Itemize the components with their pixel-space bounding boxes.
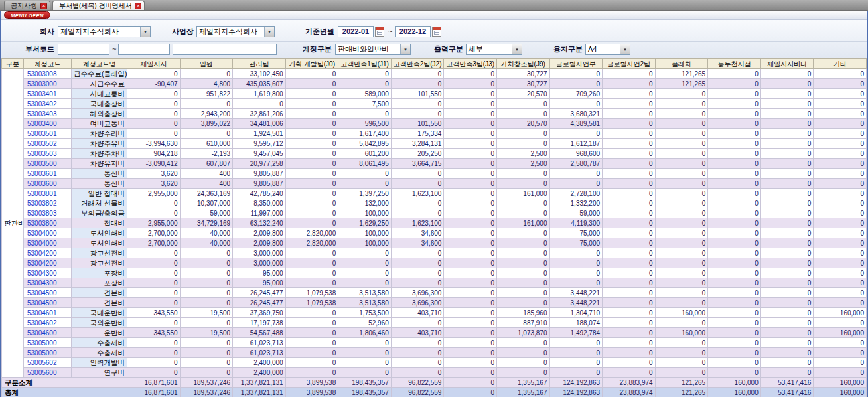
amount-cell[interactable]: 0 <box>603 119 656 129</box>
amount-cell[interactable]: 0 <box>603 228 656 238</box>
dept-code-from-input[interactable] <box>58 44 109 55</box>
amount-cell[interactable]: 0 <box>814 268 867 278</box>
amount-cell[interactable]: 0 <box>127 99 181 109</box>
amount-cell[interactable]: 0 <box>391 208 444 218</box>
amount-cell[interactable]: 100,000 <box>338 238 392 248</box>
amount-cell[interactable]: 160,000 <box>814 378 867 388</box>
amount-cell[interactable]: 0 <box>391 99 444 109</box>
amount-cell[interactable]: 0 <box>603 338 656 348</box>
site-select[interactable]: 제일저지주식회사 ▼ <box>196 26 275 37</box>
amount-cell[interactable]: 0 <box>391 268 444 278</box>
amount-cell[interactable]: 3,448,221 <box>549 298 603 308</box>
amount-cell[interactable]: 0 <box>285 268 338 278</box>
amount-cell[interactable]: 0 <box>760 238 814 248</box>
account-code-cell[interactable]: 53003502 <box>24 139 72 149</box>
table-row[interactable]: 53003503차량주차비904,218-2,1939,457,0450601,… <box>2 149 867 159</box>
account-name-cell[interactable]: 국내출장비 <box>72 99 127 109</box>
amount-cell[interactable]: 0 <box>603 139 656 149</box>
amount-cell[interactable]: 0 <box>603 149 656 159</box>
amount-cell[interactable]: 0 <box>814 218 867 228</box>
amount-cell[interactable]: 0 <box>338 268 392 278</box>
account-name-cell[interactable]: 차량주차비 <box>72 149 127 159</box>
amount-cell[interactable]: 101,550 <box>391 89 444 99</box>
amount-cell[interactable]: 0 <box>444 248 497 258</box>
amount-cell[interactable]: 0 <box>760 169 814 179</box>
amount-cell[interactable]: 0 <box>760 298 814 308</box>
table-row[interactable]: 53003401시내교통비0951,8221,619,8000589,00010… <box>2 89 867 99</box>
amount-cell[interactable]: 0 <box>760 69 814 79</box>
amount-cell[interactable]: 0 <box>760 308 814 318</box>
amount-cell[interactable]: 161,000 <box>496 189 549 198</box>
amount-cell[interactable]: 1,924,501 <box>233 129 286 139</box>
amount-cell[interactable]: 400 <box>180 169 233 179</box>
amount-cell[interactable]: 0 <box>655 119 708 129</box>
amount-cell[interactable]: 589,000 <box>338 89 392 99</box>
amount-cell[interactable]: 0 <box>127 268 181 278</box>
amount-cell[interactable]: 1,619,800 <box>233 89 286 99</box>
amount-cell[interactable]: 160,000 <box>814 308 867 318</box>
table-row[interactable]: 53005000수출제비0061,023,71300000000000 <box>2 348 867 358</box>
amount-cell[interactable]: 0 <box>444 268 497 278</box>
amount-cell[interactable]: 0 <box>285 139 338 149</box>
amount-cell[interactable]: 0 <box>655 288 708 298</box>
amount-cell[interactable]: 5,842,895 <box>338 139 392 149</box>
amount-cell[interactable]: 0 <box>603 99 656 109</box>
amount-cell[interactable]: 0 <box>391 179 444 189</box>
amount-cell[interactable]: 17,197,738 <box>233 318 286 328</box>
amount-cell[interactable]: 0 <box>444 258 497 268</box>
amount-cell[interactable]: 0 <box>127 298 181 308</box>
amount-cell[interactable]: 75,000 <box>549 228 603 238</box>
column-header-4[interactable]: 임원 <box>180 59 233 69</box>
amount-cell[interactable]: 3,620 <box>127 169 181 179</box>
amount-cell[interactable]: 0 <box>708 149 761 159</box>
amount-cell[interactable]: 0 <box>285 308 338 318</box>
amount-cell[interactable]: 54,567,488 <box>233 328 286 338</box>
amount-cell[interactable]: 0 <box>391 169 444 179</box>
amount-cell[interactable]: 0 <box>603 258 656 268</box>
account-name-cell[interactable]: 견본비 <box>72 288 127 298</box>
amount-cell[interactable]: 23,883,974 <box>603 388 656 397</box>
amount-cell[interactable]: 0 <box>127 89 181 99</box>
amount-cell[interactable]: 0 <box>708 109 761 119</box>
amount-cell[interactable]: 0 <box>338 258 392 268</box>
period-to-input[interactable]: 2022-12 <box>395 26 431 37</box>
account-code-cell[interactable]: 53003501 <box>24 129 72 139</box>
amount-cell[interactable]: 8,350,000 <box>233 198 286 208</box>
account-name-cell[interactable]: 수출제비 <box>72 338 127 348</box>
amount-cell[interactable]: 0 <box>708 169 761 179</box>
amount-cell[interactable]: 1,337,821,131 <box>233 388 286 397</box>
amount-cell[interactable]: 601,200 <box>338 149 392 159</box>
account-name-cell[interactable]: 수출제비 <box>72 348 127 358</box>
table-row[interactable]: 53004500견본비0026,245,4771,079,5383,513,58… <box>2 288 867 298</box>
amount-cell[interactable]: 160,000 <box>708 388 761 397</box>
amount-cell[interactable]: 100,000 <box>338 228 392 238</box>
amount-cell[interactable]: 2,700,000 <box>127 228 181 238</box>
amount-cell[interactable]: 0 <box>814 149 867 159</box>
amount-cell[interactable]: 0 <box>603 368 656 378</box>
amount-cell[interactable]: 0 <box>444 208 497 218</box>
amount-cell[interactable]: 75,000 <box>549 238 603 248</box>
account-code-cell[interactable]: 53004602 <box>24 318 72 328</box>
account-name-cell[interactable]: 포장비 <box>72 278 127 288</box>
amount-cell[interactable]: 0 <box>444 179 497 189</box>
column-header-7[interactable]: 고객만족1팀(J1) <box>338 59 392 69</box>
amount-cell[interactable]: 0 <box>708 358 761 368</box>
amount-cell[interactable]: 0 <box>814 159 867 169</box>
amount-cell[interactable]: 0 <box>708 268 761 278</box>
amount-cell[interactable]: 0 <box>391 358 444 368</box>
amount-cell[interactable]: 0 <box>391 278 444 288</box>
amount-cell[interactable]: 0 <box>338 69 392 79</box>
amount-cell[interactable]: 0 <box>180 358 233 368</box>
amount-cell[interactable]: 0 <box>496 338 549 348</box>
amount-cell[interactable]: 0 <box>603 278 656 288</box>
account-name-cell[interactable]: 광고선전비 <box>72 248 127 258</box>
amount-cell[interactable]: 0 <box>180 129 233 139</box>
account-code-cell[interactable]: 53004300 <box>24 268 72 278</box>
amount-cell[interactable]: 0 <box>496 198 549 208</box>
dept-name-input[interactable] <box>173 44 277 55</box>
amount-cell[interactable]: 53,417,416 <box>760 388 814 397</box>
amount-cell[interactable]: 607,807 <box>180 159 233 169</box>
amount-cell[interactable]: 0 <box>180 69 233 79</box>
amount-cell[interactable]: 0 <box>127 248 181 258</box>
account-code-cell[interactable]: 53004300 <box>24 278 72 288</box>
